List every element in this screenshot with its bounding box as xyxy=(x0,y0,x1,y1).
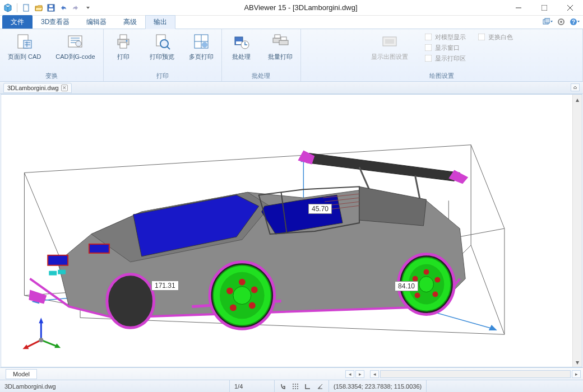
svg-rect-55 xyxy=(58,270,66,274)
document-tab-close-icon[interactable]: ✕ xyxy=(61,85,68,91)
svg-point-82 xyxy=(293,384,294,385)
redo-icon[interactable] xyxy=(71,3,80,12)
svg-rect-19 xyxy=(120,35,127,39)
ribbon-group-print-title: 打印 xyxy=(156,72,169,80)
svg-point-23 xyxy=(160,40,168,48)
batch-print-button[interactable]: 批量打印 xyxy=(266,31,295,62)
dimension-width: 84.10 xyxy=(395,281,418,291)
page-to-cad-icon xyxy=(16,32,34,50)
svg-point-61 xyxy=(233,287,251,305)
svg-rect-37 xyxy=(385,39,394,44)
scroll-up-button[interactable]: ▴ xyxy=(573,95,582,104)
svg-point-17 xyxy=(76,41,81,46)
svg-rect-39 xyxy=(425,44,432,51)
svg-point-75 xyxy=(415,293,420,298)
tab-file[interactable]: 文件 xyxy=(2,15,33,29)
svg-rect-40 xyxy=(425,55,432,62)
multipage-print-label: 多页打印 xyxy=(189,53,214,61)
document-tabs: 3DLamborgini.dwg ✕ xyxy=(0,82,583,94)
svg-rect-54 xyxy=(49,271,57,276)
batch-button[interactable]: 批处理 xyxy=(228,31,256,62)
print-preview-button[interactable]: 打印预览 xyxy=(147,31,177,62)
svg-rect-53 xyxy=(89,244,109,253)
polar-icon[interactable] xyxy=(316,382,324,390)
svg-point-63 xyxy=(251,287,258,293)
svg-point-65 xyxy=(230,304,237,311)
dimension-length: 171.31 xyxy=(151,281,179,291)
show-plot-area-checkbox[interactable]: 显示打印区 xyxy=(424,54,467,63)
svg-rect-41 xyxy=(478,34,485,40)
settings-icon[interactable] xyxy=(556,17,566,27)
batch-icon xyxy=(233,32,251,50)
batch-print-label: 批量打印 xyxy=(268,53,293,61)
swap-white-checkbox[interactable]: 更换白色 xyxy=(477,32,514,42)
show-model-checkbox[interactable]: 对模型显示 xyxy=(424,32,467,42)
dimension-height: 45.70 xyxy=(308,204,332,214)
tab-advanced[interactable]: 高级 xyxy=(115,15,145,29)
status-toggles xyxy=(275,380,329,392)
status-bar: 3DLamborgini.dwg 1/4 (158.3354; 223.7838… xyxy=(0,380,583,392)
open-icon[interactable] xyxy=(34,3,43,12)
vertical-scrollbar[interactable]: ▴ ▾ xyxy=(572,95,582,367)
document-tab[interactable]: 3DLamborgini.dwg ✕ xyxy=(3,83,72,93)
minimize-button[interactable] xyxy=(506,0,531,16)
svg-point-88 xyxy=(293,388,294,389)
show-window-checkbox[interactable]: 显示窗口 xyxy=(424,43,461,53)
plot-settings-icon xyxy=(381,32,399,50)
app-icon[interactable] xyxy=(3,3,12,12)
checkbox-icon xyxy=(425,44,433,52)
snap-icon[interactable] xyxy=(279,382,287,390)
svg-point-85 xyxy=(293,386,294,387)
tab-scroll-left-button[interactable]: ◂ xyxy=(345,370,354,378)
document-tab-label: 3DLamborgini.dwg xyxy=(7,85,59,91)
3d-canvas[interactable]: 45.70 171.31 84.10 xyxy=(1,95,572,367)
maximize-button[interactable] xyxy=(531,0,557,16)
save-icon[interactable] xyxy=(47,3,55,12)
tab-output[interactable]: 输出 xyxy=(145,15,175,29)
ortho-icon[interactable] xyxy=(304,382,312,390)
plot-settings-button[interactable]: 显示出图设置 xyxy=(369,31,410,62)
svg-point-72 xyxy=(423,269,429,275)
ribbon-group-print: 打印 打印预览 多页打印 打印 xyxy=(104,29,222,81)
tab-3d-viewer[interactable]: 3D查看器 xyxy=(33,15,78,29)
svg-point-86 xyxy=(295,386,296,387)
ribbon-group-convert: 页面到 CAD CAD到G-code 变换 xyxy=(0,29,104,81)
horizontal-scrollbar[interactable]: ◂ ▸ ◂ ▸ xyxy=(37,370,583,378)
model-tab[interactable]: Model xyxy=(6,369,37,379)
print-button[interactable]: 打印 xyxy=(109,31,137,62)
windows-icon[interactable] xyxy=(543,17,553,27)
quick-access-toolbar xyxy=(0,3,96,12)
multipage-print-icon xyxy=(192,32,210,50)
svg-point-90 xyxy=(297,388,298,389)
svg-point-62 xyxy=(239,279,246,286)
checkbox-icon xyxy=(425,34,433,41)
cad-to-gcode-label: CAD到G-code xyxy=(55,53,95,61)
status-page: 1/4 xyxy=(230,380,275,392)
hscroll-right-button[interactable]: ▸ xyxy=(572,370,581,378)
hscroll-track[interactable] xyxy=(380,370,571,378)
tab-scroll-right-button[interactable]: ▸ xyxy=(355,370,364,378)
scroll-down-button[interactable]: ▾ xyxy=(573,357,582,367)
ribbon-group-plot-settings-title: 绘图设置 xyxy=(429,72,454,80)
undo-icon[interactable] xyxy=(59,3,68,12)
batch-label: 批处理 xyxy=(232,53,251,61)
grid-icon[interactable] xyxy=(292,382,299,390)
plot-settings-label: 显示出图设置 xyxy=(371,53,408,61)
cad-to-gcode-button[interactable]: CAD到G-code xyxy=(53,31,97,62)
new-icon[interactable] xyxy=(22,3,31,12)
multipage-print-button[interactable]: 多页打印 xyxy=(187,31,216,62)
hscroll-left-button[interactable]: ◂ xyxy=(370,370,379,378)
page-to-cad-button[interactable]: 页面到 CAD xyxy=(6,31,43,62)
help-icon[interactable]: ? xyxy=(570,17,580,27)
document-tabs-dropdown[interactable] xyxy=(571,83,580,91)
close-button[interactable] xyxy=(557,0,583,16)
svg-point-28 xyxy=(202,42,207,48)
print-icon xyxy=(114,32,132,50)
svg-point-83 xyxy=(295,384,296,385)
print-preview-icon xyxy=(153,32,171,50)
svg-point-89 xyxy=(295,388,296,389)
qat-dropdown-icon[interactable] xyxy=(84,3,92,12)
status-coordinates: (158.3354; 223.7838; 115.0036) xyxy=(329,380,427,392)
tab-editor[interactable]: 编辑器 xyxy=(78,15,115,29)
svg-line-24 xyxy=(167,46,170,49)
